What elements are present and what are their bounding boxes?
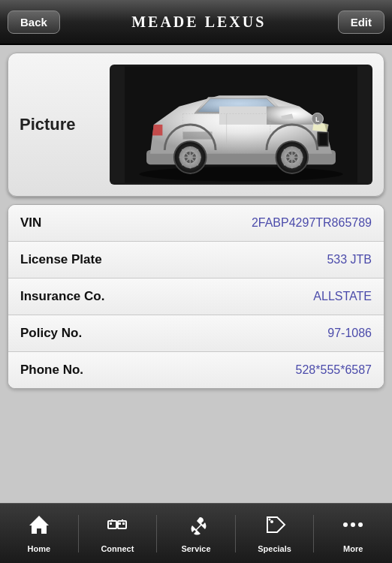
tab-more[interactable]: More bbox=[314, 513, 392, 553]
svg-rect-28 bbox=[119, 522, 121, 525]
license-plate-row: License Plate 533 JTB bbox=[8, 242, 384, 278]
more-tab-label: More bbox=[343, 544, 363, 553]
policy-row: Policy No. 97-1086 bbox=[8, 315, 384, 352]
svg-rect-29 bbox=[122, 522, 125, 525]
tab-home[interactable]: Home bbox=[0, 513, 78, 553]
vin-label: VIN bbox=[20, 215, 41, 230]
policy-label: Policy No. bbox=[20, 326, 82, 341]
edit-button[interactable]: Edit bbox=[338, 11, 384, 34]
info-table: VIN 2FABP4297TR865789 License Plate 533 … bbox=[8, 204, 384, 389]
svg-point-31 bbox=[268, 519, 270, 521]
svg-point-30 bbox=[270, 520, 273, 523]
service-icon bbox=[185, 513, 207, 541]
home-icon bbox=[28, 513, 50, 541]
car-card: Picture bbox=[8, 53, 384, 197]
car-image: L bbox=[110, 65, 372, 185]
app-title: MEADE LEXUS bbox=[131, 14, 266, 31]
phone-label: Phone No. bbox=[20, 363, 83, 378]
svg-text:L: L bbox=[315, 116, 320, 123]
insurance-value: ALLSTATE bbox=[313, 290, 372, 303]
svg-rect-27 bbox=[110, 522, 112, 525]
connect-tab-label: Connect bbox=[101, 544, 134, 553]
tab-connect[interactable]: Connect bbox=[79, 513, 157, 553]
specials-icon bbox=[264, 513, 286, 541]
insurance-label: Insurance Co. bbox=[20, 289, 104, 304]
back-button[interactable]: Back bbox=[8, 11, 60, 34]
connect-icon bbox=[106, 513, 128, 541]
vin-row: VIN 2FABP4297TR865789 bbox=[8, 205, 384, 242]
license-plate-value: 533 JTB bbox=[327, 253, 372, 266]
app-header: Back MEADE LEXUS Edit bbox=[0, 0, 392, 45]
insurance-row: Insurance Co. ALLSTATE bbox=[8, 278, 384, 315]
svg-point-32 bbox=[343, 522, 348, 527]
service-tab-label: Service bbox=[181, 544, 210, 553]
svg-point-1 bbox=[139, 167, 342, 181]
phone-row: Phone No. 528*555*6587 bbox=[8, 352, 384, 388]
svg-rect-22 bbox=[108, 521, 116, 528]
tab-service[interactable]: Service bbox=[157, 513, 235, 553]
more-icon bbox=[342, 513, 364, 541]
picture-label: Picture bbox=[20, 115, 110, 134]
license-plate-label: License Plate bbox=[20, 252, 102, 267]
phone-value: 528*555*6587 bbox=[296, 363, 372, 377]
home-tab-label: Home bbox=[28, 544, 51, 553]
car-illustration: L bbox=[125, 65, 357, 185]
svg-point-34 bbox=[358, 522, 363, 527]
tab-specials[interactable]: Specials bbox=[236, 513, 314, 553]
vin-value: 2FABP4297TR865789 bbox=[252, 216, 372, 230]
tab-bar: Home Connect Service bbox=[0, 503, 392, 563]
main-content: Picture bbox=[0, 45, 392, 396]
specials-tab-label: Specials bbox=[258, 544, 291, 553]
svg-point-33 bbox=[351, 522, 355, 527]
policy-value: 97-1086 bbox=[327, 327, 372, 340]
